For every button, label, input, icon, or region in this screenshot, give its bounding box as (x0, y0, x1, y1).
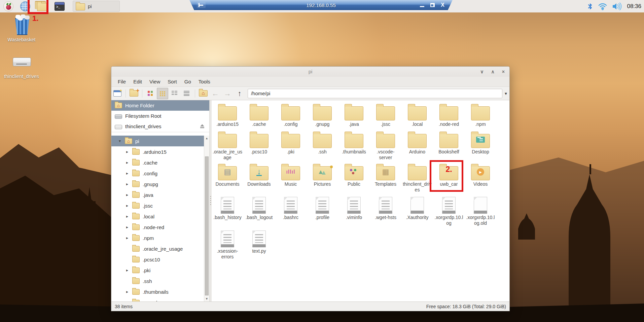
file-item[interactable]: .pcsc10 (243, 131, 275, 163)
tree-expander-icon[interactable] (126, 300, 132, 301)
file-item[interactable]: Public (338, 163, 370, 196)
tree-row[interactable]: .java (111, 189, 204, 200)
file-item[interactable]: Documents (212, 163, 243, 196)
file-manager-button[interactable] (35, 1, 50, 12)
tree-row[interactable]: .node-red (111, 222, 204, 232)
file-item[interactable]: .arduino15 (212, 103, 243, 131)
detailed-view-button[interactable] (181, 88, 192, 99)
file-item[interactable]: .java (338, 103, 370, 131)
file-item[interactable]: .thumbnails (338, 131, 370, 163)
up-button[interactable]: ↑ (234, 88, 245, 99)
icon-view-button[interactable] (157, 88, 168, 99)
sidebar-scrollbar[interactable]: ▲ ▼ (204, 136, 209, 301)
tree-expander-icon[interactable] (126, 203, 132, 208)
file-item[interactable]: .oracle_jre_usage (212, 131, 243, 163)
file-item[interactable]: thinclient_drives (401, 163, 433, 196)
file-item[interactable]: .xsession-errors (212, 230, 243, 260)
scrollbar-up-arrow[interactable]: ▲ (204, 137, 209, 140)
file-item[interactable]: Music (275, 163, 307, 196)
window-titlebar[interactable]: pi ∨ ∧ × (111, 67, 509, 77)
file-item[interactable]: Pictures (307, 163, 338, 196)
rdp-restore-button[interactable] (430, 3, 435, 7)
volume-icon[interactable] (612, 2, 622, 10)
menu-item[interactable]: File (114, 79, 130, 84)
places-item[interactable]: Home Folder (111, 100, 209, 111)
tree-row[interactable]: .gnupg (111, 179, 204, 189)
tree-expander-icon[interactable] (126, 268, 132, 273)
file-item[interactable]: text.py (243, 230, 275, 260)
desktop-icon[interactable]: thinclient_drives (4, 50, 39, 79)
file-item[interactable]: .node-red (433, 103, 465, 131)
wifi-icon[interactable] (598, 2, 607, 10)
file-item[interactable]: .bash_history (212, 196, 243, 230)
file-item[interactable]: .Xauthority (401, 196, 433, 230)
tree-row[interactable]: .oracle_jre_usage (111, 243, 204, 254)
file-item[interactable]: .local (401, 103, 433, 131)
forward-button[interactable]: → (222, 88, 233, 99)
tree-row[interactable]: .pcsc10 (111, 254, 204, 265)
file-item[interactable]: Desktop (465, 131, 496, 163)
file-item[interactable]: .cache (243, 103, 275, 131)
file-item[interactable]: 2. uwb_car (433, 163, 465, 196)
tree-expander-icon[interactable] (126, 149, 132, 154)
bluetooth-icon[interactable] (587, 2, 593, 10)
rdp-close-button[interactable]: X (441, 2, 444, 8)
tree-expander-icon[interactable] (126, 160, 132, 165)
task-button-pi[interactable]: pi (73, 1, 120, 12)
tree-row[interactable]: .jssc (111, 200, 204, 211)
file-item[interactable]: Downloads (243, 163, 275, 196)
file-item[interactable]: .npm (465, 103, 496, 131)
tree-row[interactable]: .thumbnails (111, 286, 204, 297)
tree-expander-icon[interactable] (126, 182, 132, 186)
file-item[interactable]: Templates (370, 163, 401, 196)
menu-item[interactable]: Go (181, 79, 195, 84)
file-item[interactable]: .gnupg (307, 103, 338, 131)
browser-button[interactable] (18, 1, 32, 12)
close-button[interactable]: × (502, 69, 505, 74)
tree-row[interactable]: .local (111, 211, 204, 222)
tree-expander-icon[interactable] (119, 139, 125, 143)
file-item[interactable]: .xorgxrdp.10.log (433, 196, 465, 230)
tree-expander-icon[interactable] (126, 289, 132, 294)
file-item[interactable]: .vscode-server (370, 131, 401, 163)
new-folder-button[interactable] (128, 88, 140, 99)
tree-expander-icon[interactable] (126, 225, 132, 229)
tree-row[interactable]: .pki (111, 265, 204, 276)
menu-button[interactable] (1, 1, 15, 12)
tree-row[interactable]: .vscode-server (111, 297, 204, 301)
new-tab-button[interactable] (112, 88, 123, 99)
eject-icon[interactable] (200, 124, 205, 128)
tree-expander-icon[interactable] (126, 214, 132, 219)
terminal-button[interactable] (52, 1, 67, 12)
back-button[interactable]: ← (210, 88, 221, 99)
tree-row[interactable]: pi (111, 136, 204, 146)
tree-row[interactable]: .cache (111, 157, 204, 168)
file-item[interactable]: .bashrc (275, 196, 307, 230)
tree-expander-icon[interactable] (126, 171, 132, 176)
menu-item[interactable]: View (146, 79, 164, 84)
menu-item[interactable]: Tools (195, 79, 214, 84)
file-item[interactable]: Bookshelf (433, 131, 465, 163)
home-button[interactable] (198, 88, 209, 99)
file-item[interactable]: .jssc (370, 103, 401, 131)
places-item[interactable]: Filesystem Root (111, 111, 209, 121)
file-item[interactable]: .pki (275, 131, 307, 163)
rdp-minimize-button[interactable] (420, 6, 424, 7)
file-item[interactable]: .viminfo (338, 196, 370, 230)
menu-item[interactable]: Sort (164, 79, 181, 84)
file-item[interactable]: .bash_logout (243, 196, 275, 230)
tree-expander-icon[interactable] (126, 236, 132, 240)
scrollbar-thumb[interactable] (205, 156, 209, 295)
minimize-button[interactable]: ∨ (480, 69, 484, 74)
tree-row[interactable]: .config (111, 168, 204, 179)
file-item[interactable]: Videos (465, 163, 496, 196)
clock[interactable]: 08:36 (627, 3, 641, 10)
maximize-button[interactable]: ∧ (491, 69, 495, 74)
scrollbar-down-arrow[interactable]: ▼ (204, 297, 209, 300)
tree-row[interactable]: .npm (111, 232, 204, 243)
path-input[interactable] (248, 89, 502, 98)
tree-row[interactable]: .ssh (111, 276, 204, 286)
places-item[interactable]: thinclient_drives (111, 121, 209, 132)
file-item[interactable]: .ssh (307, 131, 338, 163)
tree-row[interactable]: .arduino15 (111, 146, 204, 157)
